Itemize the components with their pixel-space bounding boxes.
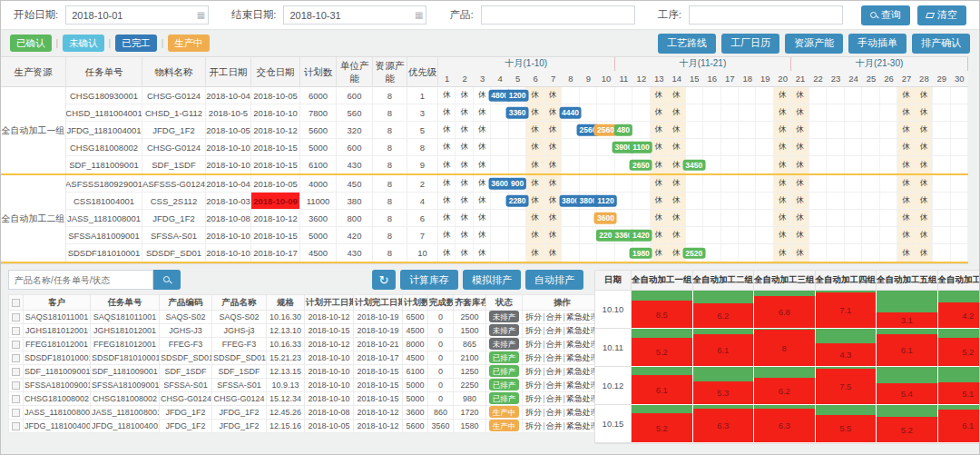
capacity-cell[interactable]: 3.1 — [877, 291, 938, 329]
toolbar-button-手动插单[interactable]: 手动插单 — [848, 34, 906, 54]
orders-search-button[interactable] — [153, 270, 181, 290]
gantt-bar[interactable]: 1100 — [630, 142, 652, 153]
action-link-合并[interactable]: 合并 — [546, 353, 563, 362]
order-row[interactable]: JGHS181012001JGHS181012001JGHS-J3JGHS-j3… — [9, 324, 603, 338]
action-link-合并[interactable]: 合并 — [546, 326, 563, 335]
gantt-bar[interactable]: 1120 — [594, 195, 616, 207]
action-link-合并[interactable]: 合并 — [546, 394, 563, 403]
checkbox[interactable] — [12, 313, 20, 321]
orders-button-计算库存[interactable]: 计算库存 — [400, 270, 458, 290]
capacity-cell[interactable]: 6.3 — [754, 405, 816, 443]
action-link-合并[interactable]: 合并 — [546, 421, 563, 430]
capacity-cell[interactable]: 5.2 — [877, 405, 938, 443]
gantt-bar[interactable]: 3360 — [506, 107, 529, 119]
action-link-合并[interactable]: 合并 — [546, 340, 563, 349]
capacity-cell[interactable]: 6.8 — [754, 291, 816, 329]
end-date-input[interactable] — [283, 5, 426, 25]
action-link-拆分[interactable]: 拆分 — [525, 381, 542, 390]
gantt-bar[interactable]: 4440 — [559, 107, 582, 119]
action-link-拆分[interactable]: 拆分 — [525, 408, 542, 417]
capacity-cell[interactable]: 6.1 — [877, 329, 938, 367]
capacity-cell[interactable]: 5.1 — [938, 367, 980, 405]
capacity-cell[interactable]: 5.4 — [877, 367, 938, 405]
gantt-bar[interactable]: 3600 — [594, 213, 617, 224]
checkbox[interactable] — [12, 299, 20, 307]
action-link-合并[interactable]: 合并 — [546, 381, 563, 390]
action-link-拆分[interactable]: 拆分 — [525, 312, 542, 321]
clear-button[interactable]: 清空 — [917, 5, 966, 25]
action-link-拆分[interactable]: 拆分 — [525, 326, 542, 335]
gantt-bar[interactable]: 1420 — [630, 230, 652, 242]
search-button[interactable]: 查询 — [861, 5, 910, 25]
rest-day-label: 休 — [796, 142, 804, 153]
checkbox[interactable] — [12, 381, 20, 390]
order-row[interactable]: JASS_1181008001JASS_1181008001JFDG_1F2JF… — [9, 406, 603, 420]
toolbar-button-工艺路线[interactable]: 工艺路线 — [658, 34, 716, 54]
capacity-cell[interactable]: 7.5 — [816, 367, 877, 405]
checkbox[interactable] — [12, 354, 20, 362]
gantt-bar[interactable]: 2650 — [630, 159, 652, 171]
capacity-cell[interactable]: 4.3 — [816, 329, 877, 367]
capacity-cell[interactable]: 7.1 — [816, 291, 877, 329]
checkbox[interactable] — [12, 327, 20, 335]
gantt-bar[interactable]: 1980 — [630, 247, 652, 259]
capacity-cell[interactable]: 6.1 — [693, 329, 755, 367]
product-input[interactable] — [481, 5, 635, 25]
rest-day-cell: 休 — [897, 104, 915, 121]
order-row[interactable]: FFEG181012001FFEG181012001FFEG-F3FFEG-F3… — [9, 338, 603, 351]
refresh-button[interactable]: ↻ — [372, 270, 396, 290]
capacity-column-header: 全自动加工六组 — [938, 271, 980, 291]
gantt-bar[interactable]: 480 — [614, 124, 632, 136]
capacity-cell[interactable]: 8 — [754, 329, 816, 367]
action-link-拆分[interactable]: 拆分 — [525, 421, 542, 430]
capacity-cell[interactable]: 5.2 — [632, 329, 693, 367]
action-link-合并[interactable]: 合并 — [546, 408, 563, 417]
capacity-cell[interactable]: 4.2 — [938, 291, 980, 329]
capacity-cell[interactable]: 8.5 — [632, 291, 693, 329]
gantt-cell — [862, 175, 879, 192]
toolbar-button-工厂日历[interactable]: 工厂日历 — [721, 34, 779, 54]
order-row[interactable]: CHSG181008002CHSG181008002CHSG-G0124CHSG… — [9, 392, 603, 406]
checkbox[interactable] — [12, 341, 20, 349]
capacity-cell[interactable]: 5.2 — [938, 329, 980, 367]
capacity-cell[interactable]: 6.1 — [938, 405, 980, 443]
gantt-cell — [509, 227, 526, 243]
done-qty-cell: 860 — [428, 406, 454, 420]
capacity-cell[interactable]: 6.3 — [693, 405, 755, 443]
start-date-input[interactable] — [65, 5, 209, 25]
checkbox[interactable] — [12, 395, 20, 403]
order-row[interactable]: SAQS181011001SAQS181011001SAQS-S02SAQS-S… — [9, 311, 603, 324]
order-row[interactable]: JFDG_1181004001JFDG_1181004001JFDG_1F2JF… — [9, 420, 603, 433]
checkbox[interactable] — [12, 409, 20, 417]
gantt-bar[interactable]: 2280 — [506, 195, 529, 207]
order-row[interactable]: SDF_1181009001SDF_1181009001SDF_1SDFSDF_… — [9, 365, 603, 379]
toolbar-button-资源产能[interactable]: 资源产能 — [785, 34, 843, 54]
capacity-cell[interactable]: 6.1 — [632, 367, 693, 405]
capacity-cell[interactable]: 5.3 — [693, 367, 755, 405]
capacity-cell[interactable]: 5.2 — [632, 405, 693, 443]
capacity-cell[interactable]: 6.2 — [754, 367, 816, 405]
actions-cell: 拆分|合并|紧急处理 — [523, 311, 603, 324]
action-link-合并[interactable]: 合并 — [546, 312, 563, 321]
order-row[interactable]: SFSSA181009001SFSSA181009001SFSSA-S01SFS… — [9, 379, 603, 392]
checkbox[interactable] — [12, 368, 20, 376]
action-link-拆分[interactable]: 拆分 — [525, 367, 542, 376]
capacity-cell[interactable]: 5.5 — [816, 405, 877, 443]
capacity-cell[interactable]: 6.2 — [693, 291, 755, 329]
gantt-bar[interactable]: 2520 — [682, 247, 705, 259]
action-link-拆分[interactable]: 拆分 — [525, 340, 542, 349]
toolbar-button-排产确认[interactable]: 排产确认 — [912, 34, 970, 54]
rest-day-label: 休 — [655, 213, 663, 223]
order-row[interactable]: SDSDF181010001SDSDF181010001SDSDF_SD01SD… — [9, 351, 603, 365]
orders-button-模拟排产[interactable]: 模拟排产 — [463, 270, 521, 290]
action-link-拆分[interactable]: 拆分 — [525, 394, 542, 403]
gantt-bar[interactable]: 1200 — [506, 90, 529, 102]
process-input[interactable] — [689, 5, 843, 25]
orders-button-自动排产[interactable]: 自动排产 — [525, 270, 583, 290]
action-link-合并[interactable]: 合并 — [546, 367, 563, 376]
gantt-bar[interactable]: 3450 — [682, 159, 705, 171]
gantt-bar[interactable]: 900 — [508, 178, 526, 190]
checkbox[interactable] — [12, 422, 20, 430]
orders-search-input[interactable] — [8, 270, 153, 290]
action-link-拆分[interactable]: 拆分 — [525, 353, 542, 362]
